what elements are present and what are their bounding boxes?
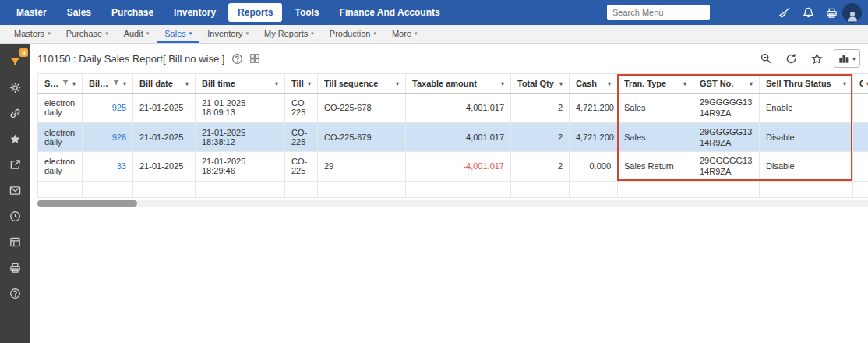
cell-cash: 4,721.200: [570, 122, 618, 152]
subnav-item-sales[interactable]: Sales▾: [157, 25, 199, 43]
table-row[interactable]: electron daily92621-01-202521-01-2025 18…: [38, 122, 868, 152]
cell-bill-date: 21-01-2025: [133, 122, 196, 152]
cell-bill-time: 21-01-2025 18:38:12: [196, 122, 285, 152]
sort-caret-icon[interactable]: ▾: [750, 80, 753, 87]
subnav-item-inventory[interactable]: Inventory▾: [199, 25, 256, 43]
column-header-cash[interactable]: Cash▾: [570, 74, 618, 94]
top-navigation: MasterSalesPurchaseInventoryReportsTools…: [0, 0, 868, 25]
sort-caret-icon[interactable]: ▾: [396, 80, 399, 87]
topnav-item-master[interactable]: Master: [6, 0, 57, 25]
search-input[interactable]: [607, 5, 710, 20]
chart-menu-button[interactable]: ▾: [834, 49, 860, 68]
topnav-item-finance-and-accounts[interactable]: Finance And Accounts: [330, 0, 450, 25]
horizontal-scrollbar[interactable]: [37, 200, 868, 207]
subnav-item-my-reports[interactable]: My Reports▾: [256, 25, 322, 43]
subnav-item-label: Audit: [124, 29, 143, 38]
sort-caret-icon[interactable]: ▾: [608, 80, 611, 87]
sidebar-help-icon[interactable]: [0, 281, 30, 306]
column-header-label: Tran. Type: [624, 79, 666, 88]
cell-gst-no: 29GGGGG1314R9ZA: [693, 122, 760, 152]
topnav-item-sales[interactable]: Sales: [57, 0, 101, 25]
topnav-item-inventory[interactable]: Inventory: [164, 0, 226, 25]
column-header-label: C: [859, 79, 863, 88]
cell-till-sequence: CO-225-678: [318, 94, 406, 123]
sort-caret-icon[interactable]: ▾: [123, 80, 126, 87]
empty-cell: [406, 181, 511, 197]
filter-icon[interactable]: [112, 79, 120, 88]
subnav-item-masters[interactable]: Masters▾: [6, 25, 58, 43]
column-header-bill-date[interactable]: Bill date▾: [133, 74, 196, 94]
sort-caret-icon[interactable]: ▾: [843, 80, 846, 87]
sidebar-panel-icon[interactable]: [0, 229, 30, 255]
cell-taxable-amount: -4,001.017: [406, 152, 511, 182]
sidebar-funnel-icon[interactable]: 8: [0, 49, 30, 75]
column-header-store[interactable]: Store▾: [38, 74, 83, 94]
table-row[interactable]: electron daily3321-01-202521-01-2025 18:…: [38, 152, 868, 182]
subnav-item-more[interactable]: More▾: [384, 25, 425, 43]
column-header-c[interactable]: C▾: [853, 74, 868, 94]
column-header-bill-time[interactable]: Bill time▾: [196, 74, 285, 94]
sidebar-mail-icon[interactable]: [0, 178, 30, 203]
sidebar-export-icon[interactable]: [0, 152, 30, 178]
broom-icon[interactable]: [778, 6, 791, 19]
filter-icon[interactable]: [62, 79, 69, 88]
column-header-label: GST No.: [700, 79, 733, 88]
cell-bill-no[interactable]: 925: [83, 94, 133, 123]
sidebar-printer-icon[interactable]: [0, 255, 30, 281]
cell-c: [853, 94, 868, 123]
sort-caret-icon[interactable]: ▾: [72, 80, 76, 87]
sidebar-clock-icon[interactable]: [0, 203, 30, 229]
sort-caret-icon[interactable]: ▾: [308, 80, 311, 87]
subnav-item-production[interactable]: Production▾: [322, 25, 384, 43]
subnav-item-label: Production: [330, 29, 371, 38]
data-grid: Store▾Bill No▾Bill date▾Bill time▾Till▾T…: [37, 73, 868, 207]
sidebar-link-icon[interactable]: [0, 101, 30, 126]
favorite-button[interactable]: [808, 49, 827, 68]
sort-caret-icon[interactable]: ▾: [501, 80, 504, 87]
topnav-item-reports[interactable]: Reports: [228, 3, 282, 22]
cell-total-qty: 2: [511, 94, 570, 123]
column-header-total-qty[interactable]: Total Qty▾: [511, 74, 570, 94]
topnav-item-tools[interactable]: Tools: [284, 0, 329, 25]
empty-cell: [760, 181, 853, 197]
refresh-button[interactable]: [782, 49, 801, 68]
sort-caret-icon[interactable]: ▾: [683, 80, 686, 87]
subnav-item-audit[interactable]: Audit▾: [116, 25, 157, 43]
cell-bill-no[interactable]: 33: [83, 152, 133, 182]
avatar[interactable]: [842, 3, 862, 23]
column-header-taxable-amount[interactable]: Taxable amount▾: [406, 74, 511, 94]
cell-bill-no[interactable]: 926: [83, 122, 133, 152]
app: MasterSalesPurchaseInventoryReportsTools…: [0, 0, 868, 343]
sort-caret-icon[interactable]: ▾: [275, 80, 278, 87]
column-header-till-sequence[interactable]: Till sequence▾: [318, 74, 406, 94]
column-header-label: Sell Thru Status: [766, 79, 831, 88]
cell-till: CO-225: [285, 94, 318, 123]
cell-gst-no: 29GGGGG1314R9ZA: [693, 152, 760, 182]
empty-cell: [511, 181, 570, 197]
sidebar-gear-icon[interactable]: [0, 75, 30, 101]
column-header-till[interactable]: Till▾: [285, 74, 318, 94]
scrollbar-thumb[interactable]: [37, 200, 137, 207]
column-header-bill-no[interactable]: Bill No▾: [83, 74, 133, 94]
grid-view-icon[interactable]: [249, 53, 260, 64]
column-header-sell-thru-status[interactable]: Sell Thru Status▾: [760, 74, 853, 94]
printer-icon[interactable]: [826, 7, 838, 19]
column-header-label: Till sequence: [324, 79, 379, 88]
chevron-down-icon: ▾: [189, 30, 192, 37]
sort-caret-icon[interactable]: ▾: [559, 80, 563, 87]
empty-table-row: [38, 181, 868, 197]
empty-cell: [618, 181, 693, 197]
column-header-gst-no[interactable]: GST No.▾: [693, 74, 760, 94]
sub-navigation: Masters▾Purchase▾Audit▾Sales▾Inventory▾M…: [0, 25, 868, 44]
column-header-tran-type[interactable]: Tran. Type▾: [618, 74, 693, 94]
question-icon[interactable]: [231, 53, 243, 65]
bell-icon[interactable]: [803, 7, 814, 19]
sort-caret-icon[interactable]: ▾: [185, 80, 189, 87]
report-title-group: 110150 : Daily Sales Report[ Bill no wis…: [37, 53, 260, 65]
table-row[interactable]: electron daily92521-01-202521-01-2025 18…: [38, 94, 868, 123]
search-options-button[interactable]: [757, 49, 775, 68]
sidebar-star-icon[interactable]: [0, 126, 30, 152]
topnav-item-purchase[interactable]: Purchase: [101, 0, 164, 25]
cell-total-qty: 2: [511, 152, 570, 182]
subnav-item-purchase[interactable]: Purchase▾: [58, 25, 116, 43]
